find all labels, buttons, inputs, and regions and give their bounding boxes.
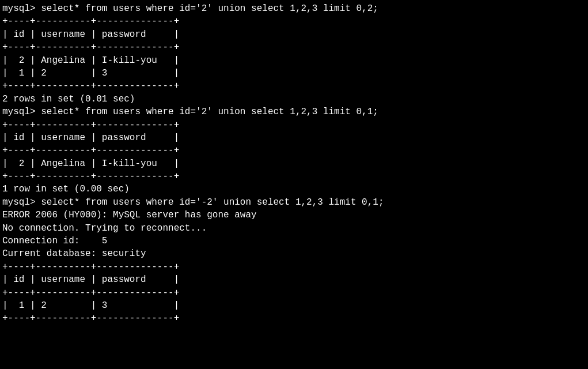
- terminal-line: mysql> select* from users where id='2' u…: [0, 106, 588, 118]
- terminal-line: | 1 | 2 | 3 |: [0, 67, 588, 80]
- terminal-window: mysql> select* from users where id='2' u…: [0, 0, 588, 369]
- terminal-line: +----+----------+--------------+: [0, 312, 588, 325]
- terminal-line: +----+----------+--------------+: [0, 119, 588, 131]
- terminal-line: | 1 | 2 | 3 |: [0, 299, 588, 312]
- terminal-line: No connection. Trying to reconnect...: [0, 222, 588, 235]
- terminal-line: +----+----------+--------------+: [0, 287, 588, 299]
- terminal-line: Connection id: 5: [0, 235, 588, 247]
- terminal-line: +----+----------+--------------+: [0, 80, 588, 92]
- terminal-line: mysql> select* from users where id='-2' …: [0, 196, 588, 209]
- terminal-line: +----+----------+--------------+: [0, 144, 588, 157]
- terminal-line: +----+----------+--------------+: [0, 170, 588, 183]
- terminal-line: 1 row in set (0.00 sec): [0, 183, 588, 195]
- terminal-line: Current database: security: [0, 247, 588, 260]
- terminal-line: | 2 | Angelina | I-kill-you |: [0, 54, 588, 67]
- terminal-line: +----+----------+--------------+: [0, 261, 588, 273]
- terminal-line: mysql> select* from users where id='2' u…: [0, 2, 588, 15]
- terminal-line: ERROR 2006 (HY000): MySQL server has gon…: [0, 209, 588, 221]
- terminal-line: | id | username | password |: [0, 28, 588, 41]
- terminal-line: | 2 | Angelina | I-kill-you |: [0, 157, 588, 170]
- terminal-line: | id | username | password |: [0, 273, 588, 286]
- terminal-line: +----+----------+--------------+: [0, 41, 588, 54]
- terminal-line: 2 rows in set (0.01 sec): [0, 93, 588, 106]
- terminal-line: +----+----------+--------------+: [0, 15, 588, 28]
- terminal-line: | id | username | password |: [0, 131, 588, 144]
